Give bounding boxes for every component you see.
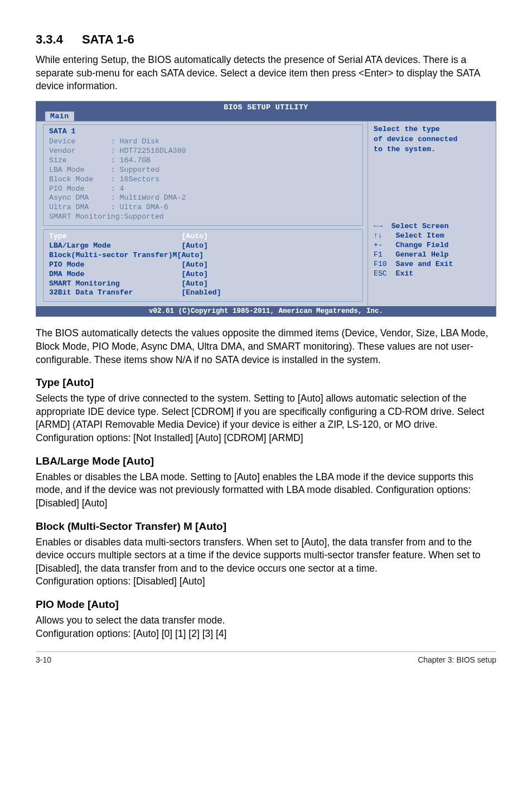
- bios-nav-row: +- Change Field: [374, 240, 491, 250]
- body-paragraph: Enables or disables data multi-sectors t…: [36, 536, 496, 576]
- bios-tab-main: Main: [45, 112, 74, 121]
- body-paragraph: Configuration options: [Not Installed] […: [36, 432, 496, 445]
- body-paragraph: Selects the type of drive connected to t…: [36, 392, 496, 432]
- body-paragraph: Configuration options: [Disabled] [Auto]: [36, 575, 496, 588]
- bios-info-row: PIO Mode : 4: [49, 185, 357, 194]
- body-paragraph: Configuration options: [Auto] [0] [1] [2…: [36, 627, 496, 641]
- bios-info-row: Device : Hard Disk: [49, 137, 357, 147]
- bios-nav-row: ←→ Select Screen: [374, 221, 491, 231]
- bios-option-row: Block(Multi-sector Transfer)M[Auto]: [49, 251, 357, 260]
- bios-options-panel: Type [Auto]LBA/Large Mode [Auto]Block(Mu…: [43, 229, 363, 302]
- bios-hint: Select the type of device connected to t…: [374, 124, 491, 154]
- intro-paragraph: While entering Setup, the BIOS automatic…: [36, 54, 496, 93]
- bios-option-row: SMART Monitoring [Auto]: [49, 279, 357, 289]
- subsection-heading: Block (Multi-Sector Transfer) M [Auto]: [36, 520, 496, 533]
- bios-option-row: Type [Auto]: [49, 232, 357, 241]
- bios-info-panel: SATA 1 Device : Hard DiskVendor : HDT722…: [43, 124, 363, 226]
- subsection-heading: LBA/Large Mode [Auto]: [36, 455, 496, 467]
- section-heading: 3.3.4SATA 1-6: [36, 32, 496, 47]
- body-paragraph: Allows you to select the data transfer m…: [36, 614, 496, 627]
- bios-option-row: LBA/Large Mode [Auto]: [49, 241, 357, 251]
- subsection-heading: PIO Mode [Auto]: [36, 598, 496, 611]
- bios-info-row: Vendor : HDT722516DLA380: [49, 147, 357, 156]
- section-title: SATA 1-6: [82, 32, 134, 46]
- bios-info-row: SMART Monitoring:Supported: [49, 212, 357, 222]
- chapter-label: Chapter 3: BIOS setup: [418, 655, 496, 664]
- bios-nav-legend: ←→ Select Screen↑↓ Select Item+- Change …: [374, 221, 491, 279]
- bios-info-row: Async DMA : MultiWord DMA-2: [49, 194, 357, 203]
- bios-nav-row: F10 Save and Exit: [374, 259, 491, 269]
- footer-divider: [36, 651, 496, 652]
- paragraph-2: The BIOS automatically detects the value…: [36, 327, 496, 366]
- page-footer: 3-10 Chapter 3: BIOS setup: [36, 655, 496, 664]
- bios-panel-title: SATA 1: [49, 127, 357, 136]
- bios-info-row: Block Mode : 16Sectors: [49, 175, 357, 185]
- bios-info-row: Ultra DMA : Ultra DMA-6: [49, 203, 357, 212]
- bios-titlebar: BIOS SETUP UTILITY Main: [36, 102, 496, 121]
- bios-nav-row: ↑↓ Select Item: [374, 231, 491, 240]
- subsection-heading: Type [Auto]: [36, 376, 496, 389]
- body-paragraph: Enables or disables the LBA mode. Settin…: [36, 471, 496, 510]
- bios-copyright: v02.61 (C)Copyright 1985-2011, American …: [36, 306, 496, 316]
- bios-nav-row: ESC Exit: [374, 269, 491, 278]
- bios-info-row: LBA Mode : Supported: [49, 166, 357, 175]
- bios-nav-row: F1 General Help: [374, 250, 491, 259]
- bios-info-row: Size : 164.7GB: [49, 156, 357, 166]
- section-number: 3.3.4: [36, 32, 63, 46]
- bios-option-row: DMA Mode [Auto]: [49, 270, 357, 279]
- bios-option-row: PIO Mode [Auto]: [49, 260, 357, 270]
- bios-option-row: 32Bit Data Transfer [Enabled]: [49, 288, 357, 298]
- bios-util-title: BIOS SETUP UTILITY: [36, 103, 496, 112]
- bios-screenshot: BIOS SETUP UTILITY Main SATA 1 Device : …: [36, 101, 496, 317]
- page-number: 3-10: [36, 655, 51, 664]
